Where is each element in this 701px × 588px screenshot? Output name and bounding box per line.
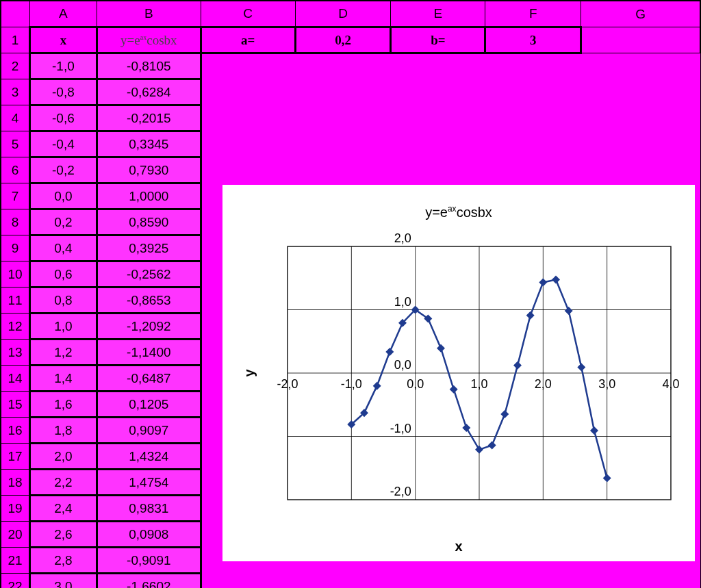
cell-A14[interactable]: 1,4 [29,366,97,392]
row-header[interactable]: 10 [1,261,30,287]
row-header[interactable]: 20 [1,522,30,548]
row-header[interactable]: 2 [1,53,30,79]
cell-empty[interactable] [201,105,295,131]
col-header-D[interactable]: D [295,1,391,27]
cell-empty[interactable] [201,79,295,105]
cell-empty[interactable] [201,53,295,79]
cell-G1[interactable] [581,27,700,53]
cell-empty[interactable] [391,157,485,183]
cell-empty[interactable] [295,105,391,131]
cell-empty[interactable] [295,157,391,183]
cell-B14[interactable]: -0,6487 [97,366,201,392]
cell-A17[interactable]: 2,0 [29,444,97,470]
cell-A20[interactable]: 2,6 [29,522,97,548]
cell-A15[interactable]: 1,6 [29,392,97,418]
row-header[interactable]: 17 [1,444,30,470]
cell-A16[interactable]: 1,8 [29,418,97,444]
cell-A2[interactable]: -1,0 [29,53,97,79]
cell-C1[interactable]: a= [201,27,295,53]
cell-B7[interactable]: 1,0000 [97,183,201,209]
cell-B6[interactable]: 0,7930 [97,157,201,183]
row-header[interactable]: 11 [1,287,30,314]
cell-A18[interactable]: 2,2 [29,470,97,496]
row-header[interactable]: 5 [1,131,30,157]
row-header[interactable]: 12 [1,314,30,340]
row-header[interactable]: 3 [1,79,30,105]
row-header[interactable]: 16 [1,418,30,444]
cell-empty[interactable] [391,53,485,79]
cell-empty[interactable] [295,131,391,157]
cell-B22[interactable]: -1,6602 [97,574,201,589]
cell-B12[interactable]: -1,2092 [97,314,201,340]
cell-B11[interactable]: -0,8653 [97,287,201,314]
cell-A7[interactable]: 0,0 [29,183,97,209]
cell-E1[interactable]: b= [391,27,485,53]
cell-empty[interactable] [485,157,581,183]
row-header[interactable]: 14 [1,366,30,392]
cell-A19[interactable]: 2,4 [29,496,97,522]
cell-empty[interactable] [485,105,581,131]
cell-B16[interactable]: 0,9097 [97,418,201,444]
cell-B13[interactable]: -1,1400 [97,340,201,366]
cell-B20[interactable]: 0,0908 [97,522,201,548]
cell-B15[interactable]: 0,1205 [97,392,201,418]
col-header-A[interactable]: A [29,1,97,27]
cell-empty[interactable] [201,157,295,183]
cell-empty[interactable] [295,53,391,79]
cell-empty[interactable] [581,105,700,131]
cell-empty[interactable] [391,105,485,131]
cell-empty[interactable] [485,574,581,589]
cell-empty[interactable] [581,53,700,79]
cell-B4[interactable]: -0,2015 [97,105,201,131]
cell-empty[interactable] [295,79,391,105]
row-header[interactable]: 21 [1,548,30,574]
col-header-E[interactable]: E [391,1,485,27]
cell-B2[interactable]: -0,8105 [97,53,201,79]
row-header[interactable]: 1 [1,27,30,53]
cell-A1[interactable]: x [29,27,97,53]
row-header[interactable]: 9 [1,235,30,261]
cell-B8[interactable]: 0,8590 [97,209,201,235]
cell-empty[interactable] [391,574,485,589]
cell-A4[interactable]: -0,6 [29,105,97,131]
row-header[interactable]: 22 [1,574,30,589]
cell-A5[interactable]: -0,4 [29,131,97,157]
cell-B3[interactable]: -0,6284 [97,79,201,105]
col-header-G[interactable]: G [581,1,700,27]
row-header[interactable]: 4 [1,105,30,131]
row-header[interactable]: 18 [1,470,30,496]
row-header[interactable]: 19 [1,496,30,522]
cell-empty[interactable] [295,574,391,589]
cell-A11[interactable]: 0,8 [29,287,97,314]
cell-empty[interactable] [485,53,581,79]
cell-F1[interactable]: 3 [485,27,581,53]
cell-A3[interactable]: -0,8 [29,79,97,105]
cell-empty[interactable] [485,131,581,157]
cell-A22[interactable]: 3,0 [29,574,97,589]
cell-empty[interactable] [485,79,581,105]
cell-empty[interactable] [201,574,295,589]
cell-empty[interactable] [581,574,700,589]
col-header-B[interactable]: B [97,1,201,27]
cell-empty[interactable] [201,131,295,157]
cell-A9[interactable]: 0,4 [29,235,97,261]
cell-B10[interactable]: -0,2562 [97,261,201,287]
corner-cell[interactable] [1,1,30,27]
row-header[interactable]: 6 [1,157,30,183]
cell-A8[interactable]: 0,2 [29,209,97,235]
cell-A10[interactable]: 0,6 [29,261,97,287]
cell-B18[interactable]: 1,4754 [97,470,201,496]
cell-A6[interactable]: -0,2 [29,157,97,183]
cell-A13[interactable]: 1,2 [29,340,97,366]
cell-B17[interactable]: 1,4324 [97,444,201,470]
row-header[interactable]: 15 [1,392,30,418]
cell-B21[interactable]: -0,9091 [97,548,201,574]
cell-empty[interactable] [581,157,700,183]
cell-empty[interactable] [581,131,700,157]
cell-B19[interactable]: 0,9831 [97,496,201,522]
cell-empty[interactable] [581,79,700,105]
cell-A21[interactable]: 2,8 [29,548,97,574]
cell-empty[interactable] [391,79,485,105]
col-header-C[interactable]: C [201,1,295,27]
cell-A12[interactable]: 1,0 [29,314,97,340]
